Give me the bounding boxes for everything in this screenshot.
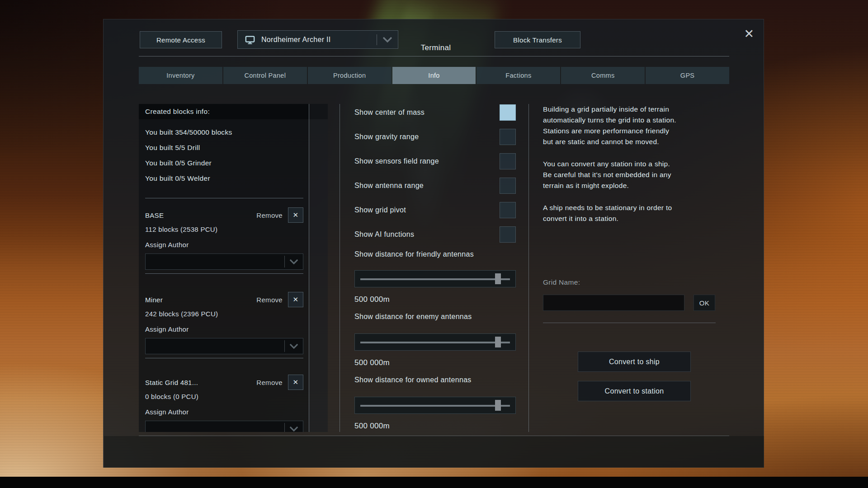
- friendly-antennas-slider[interactable]: [354, 270, 516, 287]
- remove-x-button[interactable]: ✕: [288, 207, 303, 223]
- list-divider: [145, 198, 303, 198]
- ship-selector-dropdown[interactable]: Nordheimer Archer II: [237, 30, 398, 49]
- grid-name: Miner: [145, 296, 256, 304]
- checkbox-ai-functions[interactable]: [500, 226, 516, 243]
- checkbox-grid-pivot[interactable]: [500, 202, 516, 218]
- slider-handle[interactable]: [495, 337, 501, 347]
- slider-track: [360, 278, 510, 280]
- checkbox-antenna-range[interactable]: [500, 178, 516, 194]
- assign-author-label: Assign Author: [145, 406, 303, 418]
- grid-name: Static Grid 481...: [145, 379, 256, 386]
- list-divider: [145, 273, 303, 274]
- checkbox-center-of-mass[interactable]: [500, 104, 516, 121]
- letterbox-bar: [0, 477, 868, 488]
- assign-author-dropdown[interactable]: [145, 338, 303, 354]
- slider-label: Show distance for enemy antennas: [354, 313, 516, 324]
- block-transfers-button[interactable]: Block Transfers: [495, 31, 580, 48]
- ok-button[interactable]: OK: [693, 295, 715, 311]
- slider-handle[interactable]: [495, 273, 501, 284]
- slider-track: [360, 342, 510, 343]
- slider-label: Show distance for friendly antennas: [354, 250, 516, 261]
- convert-to-station-button[interactable]: Convert to station: [578, 381, 691, 401]
- header-divider: [139, 56, 729, 56]
- created-blocks-panel: Created blocks info: You built 354/50000…: [139, 104, 328, 432]
- grid-block-count: 112 blocks (2538 PCU): [145, 224, 303, 235]
- checkbox-label: Show grid pivot: [354, 206, 406, 214]
- slider-value: 500 000m: [354, 357, 516, 369]
- chevron-down-icon: [377, 37, 398, 42]
- remove-label[interactable]: Remove: [256, 379, 283, 386]
- remove-label[interactable]: Remove: [256, 296, 283, 304]
- checkbox-row: Show gravity range: [354, 128, 516, 145]
- page-title: Terminal: [379, 43, 492, 52]
- chevron-down-icon: [285, 426, 303, 432]
- checkbox-sensors-field-range[interactable]: [500, 153, 516, 169]
- checkbox-label: Show gravity range: [354, 133, 419, 141]
- remote-access-button[interactable]: Remote Access: [140, 31, 222, 48]
- owned-antennas-slider[interactable]: [354, 397, 516, 414]
- checkbox-row: Show antenna range: [354, 177, 516, 194]
- grid-name: BASE: [145, 211, 256, 219]
- tab-factions[interactable]: Factions: [476, 67, 560, 84]
- grid-block-count: 242 blocks (2396 PCU): [145, 308, 303, 320]
- grid-entry-static: Static Grid 481... Remove ✕ 0 blocks (0 …: [139, 374, 328, 432]
- ship-selector-value: Nordheimer Archer II: [261, 36, 377, 44]
- tab-gps[interactable]: GPS: [646, 67, 729, 84]
- checkbox-gravity-range[interactable]: [500, 129, 516, 145]
- screen: Remote Access Nordheimer Archer II Termi…: [0, 0, 868, 488]
- column-divider: [340, 104, 340, 432]
- tab-control-panel[interactable]: Control Panel: [223, 67, 307, 84]
- checkbox-row: Show sensors field range: [354, 153, 516, 170]
- checkbox-row: Show grid pivot: [354, 202, 516, 219]
- slider-value: 500 000m: [354, 420, 516, 432]
- slider-value: 500 000m: [354, 294, 516, 305]
- remove-x-button[interactable]: ✕: [288, 292, 303, 307]
- enemy-antennas-slider[interactable]: [354, 333, 516, 351]
- list-divider: [145, 358, 303, 358]
- assign-author-dropdown[interactable]: [145, 253, 303, 270]
- close-icon[interactable]: ✕: [740, 25, 758, 43]
- grid-block-count: 0 blocks (0 PCU): [145, 391, 303, 403]
- grid-name-input[interactable]: [543, 295, 684, 311]
- grid-entry-miner: Miner Remove ✕ 242 blocks (2396 PCU) Ass…: [139, 291, 328, 354]
- display-options-column: Show center of mass Show gravity range S…: [354, 104, 516, 432]
- tab-comms[interactable]: Comms: [561, 67, 645, 84]
- created-blocks-header: Created blocks info:: [139, 104, 328, 119]
- slider-track: [360, 405, 510, 407]
- section-divider: [543, 323, 716, 323]
- tab-inventory[interactable]: Inventory: [139, 67, 222, 84]
- convert-to-ship-button[interactable]: Convert to ship: [578, 352, 691, 372]
- remove-label[interactable]: Remove: [256, 211, 283, 219]
- checkbox-label: Show center of mass: [354, 108, 425, 117]
- dialog-footer: [104, 436, 764, 468]
- grid-name-label: Grid Name:: [543, 278, 729, 289]
- checkbox-label: Show AI functions: [354, 230, 414, 239]
- remove-x-button[interactable]: ✕: [288, 375, 303, 390]
- checkbox-label: Show sensors field range: [354, 157, 439, 165]
- bottom-divider: [139, 436, 729, 436]
- slider-label: Show distance for owned antennas: [354, 376, 516, 387]
- checkbox-row: Show AI functions: [354, 226, 516, 243]
- checkbox-row: Show center of mass: [354, 104, 516, 121]
- info-paragraph: Building a grid partially inside of terr…: [543, 104, 729, 147]
- slider-handle[interactable]: [495, 400, 501, 411]
- tab-production[interactable]: Production: [308, 67, 392, 84]
- column-divider: [528, 104, 529, 432]
- info-paragraph: A ship needs to be stationary in order t…: [543, 202, 729, 224]
- info-column: Building a grid partially inside of terr…: [543, 104, 729, 432]
- checkbox-label: Show antenna range: [354, 182, 424, 190]
- scrollbar[interactable]: [309, 104, 328, 432]
- monitor-icon: [245, 35, 255, 45]
- grid-entry-base: BASE Remove ✕ 112 blocks (2538 PCU) Assi…: [139, 206, 328, 270]
- tab-bar: Inventory Control Panel Production Info …: [139, 67, 729, 84]
- chevron-down-icon: [285, 259, 303, 264]
- chevron-down-icon: [285, 343, 303, 349]
- terminal-dialog: Remote Access Nordheimer Archer II Termi…: [103, 19, 764, 468]
- assign-author-label: Assign Author: [145, 324, 303, 335]
- built-summary: You built 354/50000 blocks You built 5/5…: [139, 119, 328, 186]
- assign-author-label: Assign Author: [145, 239, 303, 251]
- tab-info[interactable]: Info: [392, 67, 476, 84]
- assign-author-dropdown[interactable]: [145, 421, 303, 432]
- info-paragraph: You can convert any station into a ship.…: [543, 159, 729, 191]
- grid-name-row: OK: [543, 295, 729, 311]
